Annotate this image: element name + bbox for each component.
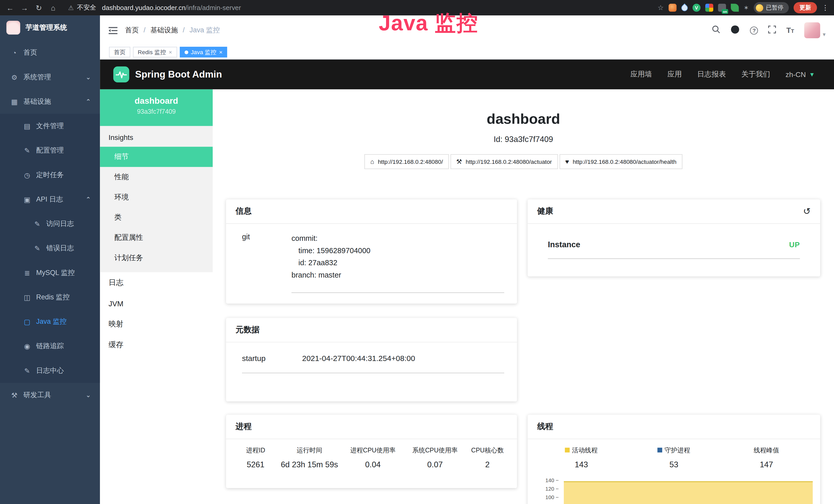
github-icon[interactable]: [730, 24, 740, 36]
insights-panel: Insights 细节 性能 环境 类 配置属性 计划任务: [100, 126, 213, 272]
sba-item-classes[interactable]: 类: [100, 207, 213, 228]
sba-item-scheduled-tasks[interactable]: 计划任务: [100, 248, 213, 268]
access-log-icon: ✎: [33, 220, 41, 228]
close-icon[interactable]: ×: [169, 49, 172, 55]
instance-header[interactable]: dashboard 93a3fc7f7409: [100, 89, 213, 126]
sba-nav-journal[interactable]: 日志报表: [697, 70, 726, 79]
refresh-icon[interactable]: ↻: [34, 3, 44, 12]
health-url-link[interactable]: ♥ http://192.168.0.2:48080/actuator/heal…: [559, 154, 682, 169]
profile-paused-chip[interactable]: 已暂停: [753, 2, 789, 13]
close-icon[interactable]: ×: [219, 49, 222, 55]
pin-extension-icon[interactable]: ✶: [744, 4, 749, 12]
user-menu[interactable]: ▼: [804, 22, 827, 38]
tags-bar: 首页 Redis 监控 × Java 监控 ×: [100, 45, 834, 60]
url-host: dashboard.yudao.iocoder.cn: [102, 4, 185, 12]
health-instance-row[interactable]: Instance UP: [548, 240, 800, 259]
breadcrumb-infra[interactable]: 基础设施: [150, 25, 189, 35]
service-url-link[interactable]: ⌂ http://192.168.0.2:48080/: [365, 154, 449, 169]
metadata-card: 元数据 startup 2021-04-27T00:44:31.254+08:0…: [226, 318, 517, 401]
log-center-icon: ✎: [23, 367, 31, 374]
sba-nav-applications[interactable]: 应用: [667, 70, 682, 79]
process-col-system-cpu: 系统CPU使用率 0.07: [404, 446, 465, 469]
chevron-down-icon: ⌄: [86, 391, 91, 399]
sidebar-item-access-log[interactable]: ✎ 访问日志: [0, 211, 100, 236]
hamburger-icon[interactable]: [100, 26, 125, 35]
switch-extension-icon[interactable]: on: [718, 4, 726, 12]
bookmark-star-icon[interactable]: ☆: [658, 4, 664, 12]
brand-logo: [6, 21, 20, 35]
v-extension-icon[interactable]: V: [693, 4, 700, 12]
back-icon[interactable]: ←: [5, 3, 15, 12]
threads-card: 线程 活动线程 143 守护进程 53 线程峰值 147 140 120: [528, 415, 820, 504]
error-log-icon: ✎: [33, 245, 41, 252]
site-security[interactable]: ⚠ 不安全: [68, 3, 96, 12]
sidebar-item-java-monitor[interactable]: ▢ Java 监控: [0, 310, 100, 334]
legend-peak-threads: 线程峰值 147: [720, 446, 813, 469]
profile-chip-label: 已暂停: [766, 4, 784, 12]
sidebar-item-dev-tools[interactable]: ⚒ 研发工具 ⌄: [0, 383, 100, 407]
sidebar-item-redis[interactable]: ◫ Redis 监控: [0, 285, 100, 310]
sba-item-mappings[interactable]: 映射: [100, 314, 213, 335]
sidebar-item-error-log[interactable]: ✎ 错误日志: [0, 236, 100, 260]
sba-nav-about[interactable]: 关于我们: [741, 70, 770, 79]
instance-id: 93a3fc7f7409: [100, 108, 213, 115]
update-button[interactable]: 更新: [794, 2, 817, 13]
sidebar-item-system[interactable]: ⚙ 系统管理 ⌄: [0, 65, 100, 89]
admin-menu: ◔ 首页 ⚙ 系统管理 ⌄ ▦ 基础设施 ⌃ ▤ 文件管理 ✎ 配置管理: [0, 40, 100, 407]
tag-java-monitor[interactable]: Java 监控 ×: [179, 47, 227, 57]
info-key: git: [242, 232, 291, 293]
actuator-url-link[interactable]: ⚒ http://192.168.0.2:48080/actuator: [450, 154, 557, 169]
breadcrumb-home[interactable]: 首页: [125, 25, 151, 35]
breadcrumb: 首页 基础设施 Java 监控: [125, 25, 220, 35]
sidebar-item-log-center[interactable]: ✎ 日志中心: [0, 359, 100, 383]
fullscreen-icon[interactable]: [768, 25, 776, 35]
home-icon[interactable]: ⌂: [48, 3, 58, 12]
sba-brand[interactable]: Spring Boot Admin: [100, 67, 222, 83]
sidebar-item-trace[interactable]: ◉ 链路追踪: [0, 334, 100, 358]
sidebar-item-file[interactable]: ▤ 文件管理: [0, 114, 100, 138]
sidebar-item-mysql[interactable]: ≣ MySQL 监控: [0, 260, 100, 285]
sidebar-item-config[interactable]: ✎ 配置管理: [0, 138, 100, 162]
browser-menu-icon[interactable]: ⋮: [822, 4, 829, 12]
sba-item-environment[interactable]: 环境: [100, 187, 213, 207]
tools-icon: ⚒: [10, 391, 19, 399]
sba-item-details[interactable]: 细节: [100, 147, 213, 167]
process-card: 进程 进程ID 5261 运行时间 6d 23h 15m 59s 进程CPU使用…: [226, 415, 517, 488]
instance-name: dashboard: [100, 96, 213, 106]
process-table: 进程ID 5261 运行时间 6d 23h 15m 59s 进程CPU使用率 0…: [226, 439, 517, 469]
tag-redis-monitor[interactable]: Redis 监控 ×: [133, 47, 177, 57]
leaf-extension-icon[interactable]: [731, 4, 739, 12]
warning-icon: ⚠: [68, 4, 74, 12]
metadata-card-header: 元数据: [226, 318, 517, 342]
address-bar[interactable]: dashboard.yudao.iocoder.cn/infra/admin-s…: [102, 4, 241, 12]
mysql-icon: ≣: [23, 269, 31, 277]
locale-dropdown[interactable]: zh-CN ▼: [786, 70, 815, 78]
forward-icon[interactable]: →: [20, 3, 29, 12]
history-icon[interactable]: ↺: [803, 206, 811, 217]
sidebar-item-job[interactable]: ◷ 定时任务: [0, 163, 100, 187]
sba-item-jvm[interactable]: JVM: [100, 293, 213, 314]
tag-home[interactable]: 首页: [109, 47, 130, 57]
help-icon[interactable]: ?: [750, 26, 758, 35]
fox-extension-icon[interactable]: [668, 4, 677, 12]
sba-item-logs[interactable]: 日志: [100, 272, 213, 293]
instance-links: ⌂ http://192.168.0.2:48080/ ⚒ http://192…: [213, 154, 834, 169]
sba-item-config-props[interactable]: 配置属性: [100, 228, 213, 248]
legend-daemon-threads: 守护进程 53: [628, 446, 720, 469]
info-card-header: 信息: [226, 200, 517, 224]
api-log-icon: ▣: [23, 196, 31, 203]
sba-item-metrics[interactable]: 性能: [100, 167, 213, 187]
grid-extension-icon[interactable]: [705, 4, 713, 12]
search-icon[interactable]: [712, 25, 721, 36]
sidebar-item-home[interactable]: ◔ 首页: [0, 40, 100, 65]
header-actions: ? TT ▼: [712, 22, 834, 38]
sidebar-item-api-log[interactable]: ▣ API 日志 ⌃: [0, 187, 100, 211]
caret-down-icon: ▼: [822, 32, 827, 37]
sidebar-item-infra[interactable]: ▦ 基础设施 ⌃: [0, 89, 100, 114]
sba-item-caches[interactable]: 缓存: [100, 335, 213, 356]
brand[interactable]: 芋道管理系统: [0, 16, 100, 40]
chevron-up-icon: ⌃: [86, 196, 91, 203]
sba-nav-wall[interactable]: 应用墙: [631, 70, 652, 79]
drop-extension-icon[interactable]: [680, 3, 689, 12]
font-size-icon[interactable]: TT: [786, 26, 794, 35]
